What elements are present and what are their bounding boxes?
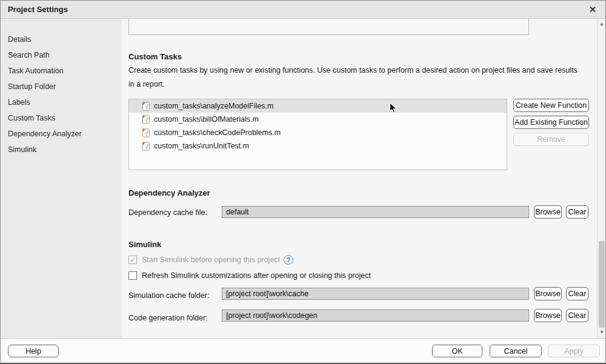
dependency-cache-file-input[interactable] xyxy=(222,206,529,218)
settings-content: Custom Tasks Create custom tasks by usin… xyxy=(122,19,597,338)
help-button[interactable]: Help xyxy=(8,345,59,357)
scroll-down-icon[interactable]: ▼ xyxy=(598,328,606,337)
simulation-cache-folder-input[interactable] xyxy=(222,288,529,300)
custom-tasks-description: Create custom tasks by using new or exis… xyxy=(128,64,582,91)
matlab-function-file-icon: f xyxy=(141,114,150,124)
task-file-name: custom_tasks\analyzeModelFiles.m xyxy=(154,102,273,110)
matlab-function-file-icon: f xyxy=(141,141,150,151)
start-simulink-checkbox: ✓ xyxy=(128,256,137,264)
code-generation-browse-button[interactable]: Browse xyxy=(534,309,562,322)
apply-button: Apply xyxy=(548,345,600,357)
task-file-name: custom_tasks\runUnitTest.m xyxy=(154,142,249,150)
sidebar-item-startup-folder[interactable]: Startup Folder xyxy=(1,79,122,94)
scroll-up-icon[interactable]: ▲ xyxy=(598,20,606,28)
code-generation-folder-label: Code generation folder: xyxy=(128,314,208,322)
dependency-analyzer-heading: Dependency Analyzer xyxy=(128,188,210,197)
custom-tasks-heading: Custom Tasks xyxy=(128,52,182,61)
list-item[interactable]: f custom_tasks\billOfMaterials.m xyxy=(129,113,507,126)
code-generation-folder-input[interactable] xyxy=(222,309,529,322)
close-icon[interactable]: ✕ xyxy=(586,3,599,16)
dependency-cache-clear-button[interactable]: Clear xyxy=(566,205,588,219)
refresh-customizations-row: Refresh Simulink customizations after op… xyxy=(128,271,371,280)
simulink-heading: Simulink xyxy=(128,240,161,249)
check-icon: ✓ xyxy=(130,256,136,263)
sidebar-item-simulink[interactable]: Simulink xyxy=(1,142,122,157)
dependency-cache-browse-button[interactable]: Browse xyxy=(534,205,562,219)
sidebar-item-labels[interactable]: Labels xyxy=(1,94,122,110)
start-simulink-row: ✓ Start Simulink before opening this pro… xyxy=(128,255,293,265)
list-item[interactable]: f custom_tasks\analyzeModelFiles.m xyxy=(129,99,507,113)
matlab-function-file-icon: f xyxy=(141,101,150,111)
list-item[interactable]: f custom_tasks\checkCodeProblems.m xyxy=(129,126,507,139)
ok-button[interactable]: OK xyxy=(432,345,482,357)
scrolled-partial-field[interactable] xyxy=(128,19,529,35)
simulation-cache-clear-button[interactable]: Clear xyxy=(566,287,588,300)
sidebar-item-custom-tasks[interactable]: Custom Tasks xyxy=(1,110,122,126)
add-existing-function-button[interactable]: Add Existing Function xyxy=(513,116,589,129)
vertical-scrollbar[interactable]: ▲ ▼ xyxy=(597,19,606,338)
code-generation-clear-button[interactable]: Clear xyxy=(566,309,588,322)
dependency-cache-file-label: Dependency cache file: xyxy=(128,208,207,217)
cancel-button[interactable]: Cancel xyxy=(490,345,542,357)
dialog-title: Project Settings xyxy=(8,5,68,14)
refresh-customizations-label: Refresh Simulink customizations after op… xyxy=(142,271,371,280)
start-simulink-label: Start Simulink before opening this proje… xyxy=(142,256,280,264)
sidebar-item-details[interactable]: Details xyxy=(1,31,122,47)
simulation-cache-folder-label: Simulation cache folder: xyxy=(128,291,209,300)
settings-sidebar: Details Search Path Task Automation Star… xyxy=(1,19,122,338)
title-bar: Project Settings ✕ xyxy=(1,1,605,19)
task-file-name: custom_tasks\checkCodeProblems.m xyxy=(154,128,281,137)
sidebar-item-search-path[interactable]: Search Path xyxy=(1,47,122,63)
create-new-function-button[interactable]: Create New Function xyxy=(513,99,589,112)
scrollbar-thumb[interactable] xyxy=(599,241,605,328)
simulation-cache-browse-button[interactable]: Browse xyxy=(534,287,562,300)
task-file-name: custom_tasks\billOfMaterials.m xyxy=(154,115,259,124)
refresh-customizations-checkbox[interactable] xyxy=(128,271,137,280)
sidebar-item-dependency-analyzer[interactable]: Dependency Analyzer xyxy=(1,126,122,142)
project-settings-dialog: Project Settings ✕ Details Search Path T… xyxy=(0,0,606,364)
remove-button: Remove xyxy=(513,133,589,146)
custom-tasks-list: f custom_tasks\analyzeModelFiles.m f cus… xyxy=(128,99,507,170)
sidebar-item-task-automation[interactable]: Task Automation xyxy=(1,63,122,79)
list-item[interactable]: f custom_tasks\runUnitTest.m xyxy=(129,139,507,153)
dialog-footer: Help OK Cancel Apply xyxy=(1,338,605,363)
help-question-icon[interactable]: ? xyxy=(284,255,293,265)
matlab-function-file-icon: f xyxy=(141,128,150,137)
